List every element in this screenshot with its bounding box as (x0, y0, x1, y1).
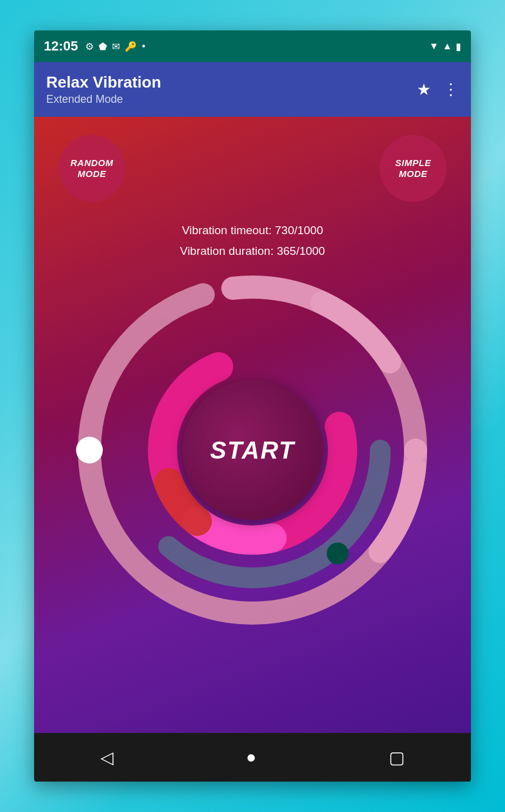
app-bar-actions: ★ ⋮ (417, 80, 459, 99)
ring-container: START (76, 274, 429, 626)
dot-icon: • (142, 41, 145, 52)
green-handle-dot (327, 543, 349, 564)
random-mode-label: RANDOMMODE (71, 158, 114, 179)
start-button[interactable]: START (183, 380, 322, 520)
settings-icon: ⚙ (85, 41, 94, 52)
vibration-timeout: Vibration timeout: 730/1000 (180, 220, 325, 241)
status-right-icons: ▼ ▲ ▮ (429, 41, 461, 52)
mail-icon: ✉ (112, 41, 120, 52)
signal-icon: ▲ (442, 41, 452, 52)
vibration-duration: Vibration duration: 365/1000 (180, 241, 325, 262)
app-title: Relax Vibration (46, 73, 417, 92)
app-bar-titles: Relax Vibration Extended Mode (46, 73, 417, 106)
shield-icon: ⬟ (99, 41, 107, 52)
app-subtitle: Extended Mode (46, 93, 417, 106)
vibration-info: Vibration timeout: 730/1000 Vibration du… (180, 220, 325, 262)
star-button[interactable]: ★ (417, 80, 431, 99)
key-icon: 🔑 (125, 41, 137, 52)
white-handle-dot (76, 437, 103, 463)
simple-mode-label: SIMPLEMODE (395, 158, 431, 179)
simple-mode-button[interactable]: SIMPLEMODE (380, 135, 447, 202)
nav-bar: ◁ ● ▢ (34, 733, 471, 782)
main-content: RANDOMMODE SIMPLEMODE Vibration timeout:… (34, 117, 471, 733)
status-bar: 12:05 ⚙ ⬟ ✉ 🔑 • ▼ ▲ ▮ (34, 30, 471, 62)
home-button[interactable]: ● (240, 741, 263, 773)
back-button[interactable]: ◁ (94, 741, 120, 774)
recent-apps-button[interactable]: ▢ (383, 741, 411, 774)
status-icons: ⚙ ⬟ ✉ 🔑 • (85, 41, 429, 52)
phone-frame: 12:05 ⚙ ⬟ ✉ 🔑 • ▼ ▲ ▮ Relax Vibration Ex… (34, 30, 471, 782)
random-mode-button[interactable]: RANDOMMODE (58, 135, 125, 202)
wifi-icon: ▼ (429, 41, 439, 52)
mode-buttons: RANDOMMODE SIMPLEMODE (34, 117, 471, 202)
status-time: 12:05 (44, 38, 78, 54)
battery-icon: ▮ (456, 41, 461, 52)
start-label: START (210, 437, 295, 464)
app-bar: Relax Vibration Extended Mode ★ ⋮ (34, 62, 471, 117)
menu-button[interactable]: ⋮ (443, 80, 459, 99)
